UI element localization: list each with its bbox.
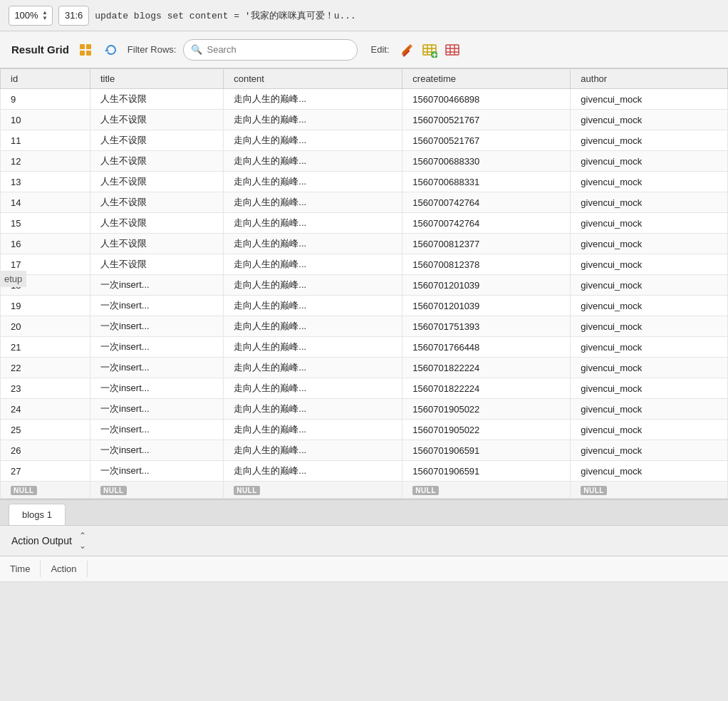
table-row[interactable]: 27一次insert...走向人生的巅峰...1560701906591give… <box>1 461 728 482</box>
cell-content[interactable]: 走向人生的巅峰... <box>224 275 402 296</box>
cell-createtime[interactable]: 1560701906591 <box>402 440 571 461</box>
cell-createtime[interactable]: 1560700812378 <box>402 254 571 275</box>
cell-id[interactable]: 25 <box>1 420 90 440</box>
table-row[interactable]: 21一次insert...走向人生的巅峰...1560701766448give… <box>1 337 728 358</box>
cell-title[interactable]: 一次insert... <box>90 296 224 316</box>
cell-createtime[interactable]: 1560700466898 <box>402 89 571 110</box>
table-add-button[interactable] <box>420 40 440 60</box>
tab-blogs1[interactable]: blogs 1 <box>9 504 66 525</box>
table-delete-button[interactable] <box>442 40 462 60</box>
cell-title[interactable]: 一次insert... <box>90 275 224 296</box>
cell-id[interactable]: 12 <box>1 151 90 172</box>
table-row[interactable]: 20一次insert...走向人生的巅峰...1560701751393give… <box>1 316 728 337</box>
cell-content[interactable]: 走向人生的巅峰... <box>224 172 402 192</box>
cell-author[interactable]: givencui_mock <box>571 399 728 420</box>
cell-createtime[interactable]: 1560701905022 <box>402 399 571 420</box>
cell-createtime[interactable]: 1560700742764 <box>402 192 571 213</box>
refresh-button[interactable] <box>102 41 120 59</box>
cell-createtime[interactable]: 1560701201039 <box>402 275 571 296</box>
cell-id[interactable]: 10 <box>1 110 90 130</box>
cell-content[interactable]: 走向人生的巅峰... <box>224 89 402 110</box>
cell-author[interactable]: givencui_mock <box>571 461 728 482</box>
table-row[interactable]: 15人生不设限走向人生的巅峰...1560700742764givencui_m… <box>1 213 728 234</box>
cell-createtime[interactable]: 1560701822224 <box>402 378 571 399</box>
cell-content[interactable]: 走向人生的巅峰... <box>224 296 402 316</box>
cell-author[interactable]: givencui_mock <box>571 151 728 172</box>
cell-id[interactable]: 15 <box>1 213 90 234</box>
cell-author[interactable]: givencui_mock <box>571 213 728 234</box>
cell-createtime[interactable]: 1560700521767 <box>402 110 571 130</box>
table-row[interactable]: 13人生不设限走向人生的巅峰...1560700688331givencui_m… <box>1 172 728 192</box>
cell-content[interactable]: 走向人生的巅峰... <box>224 316 402 337</box>
table-row[interactable]: 14人生不设限走向人生的巅峰...1560700742764givencui_m… <box>1 192 728 213</box>
cell-content[interactable]: 走向人生的巅峰... <box>224 440 402 461</box>
search-input[interactable] <box>207 44 350 55</box>
cell-createtime[interactable]: 1560701201039 <box>402 296 571 316</box>
cell-content[interactable]: 走向人生的巅峰... <box>224 378 402 399</box>
cell-title[interactable]: 一次insert... <box>90 337 224 358</box>
cell-title[interactable]: 一次insert... <box>90 399 224 420</box>
cell-title[interactable]: 人生不设限 <box>90 192 224 213</box>
cell-title[interactable]: 一次insert... <box>90 316 224 337</box>
cell-id[interactable]: 26 <box>1 440 90 461</box>
col-header-title[interactable]: title <box>90 69 224 89</box>
cell-author[interactable]: givencui_mock <box>571 234 728 254</box>
cell-author[interactable]: givencui_mock <box>571 192 728 213</box>
cell-title[interactable]: 人生不设限 <box>90 130 224 151</box>
table-row[interactable]: 19一次insert...走向人生的巅峰...1560701201039give… <box>1 296 728 316</box>
cell-title[interactable]: 一次insert... <box>90 378 224 399</box>
table-row[interactable]: 24一次insert...走向人生的巅峰...1560701905022give… <box>1 399 728 420</box>
edit-pencil-button[interactable] <box>397 40 417 60</box>
cell-content[interactable]: 走向人生的巅峰... <box>224 213 402 234</box>
cell-createtime[interactable]: 1560701766448 <box>402 337 571 358</box>
cell-author[interactable]: givencui_mock <box>571 172 728 192</box>
cell-title[interactable]: 一次insert... <box>90 420 224 440</box>
cell-id[interactable]: 11 <box>1 130 90 151</box>
expand-icon[interactable]: ⌃⌄ <box>79 531 86 551</box>
table-row[interactable]: 11人生不设限走向人生的巅峰...1560700521767givencui_m… <box>1 130 728 151</box>
cell-title[interactable]: 人生不设限 <box>90 254 224 275</box>
cell-title[interactable]: 人生不设限 <box>90 151 224 172</box>
col-header-id[interactable]: id <box>1 69 90 89</box>
table-row[interactable]: 22一次insert...走向人生的巅峰...1560701822224give… <box>1 358 728 378</box>
cell-author[interactable]: givencui_mock <box>571 440 728 461</box>
table-row[interactable]: 16人生不设限走向人生的巅峰...1560700812377givencui_m… <box>1 234 728 254</box>
cell-content[interactable]: 走向人生的巅峰... <box>224 110 402 130</box>
cell-title[interactable]: 人生不设限 <box>90 234 224 254</box>
cell-author[interactable]: givencui_mock <box>571 296 728 316</box>
cell-createtime[interactable]: 1560701905022 <box>402 420 571 440</box>
table-row[interactable]: 17人生不设限走向人生的巅峰...1560700812378givencui_m… <box>1 254 728 275</box>
cell-content[interactable]: 走向人生的巅峰... <box>224 234 402 254</box>
cell-title[interactable]: 一次insert... <box>90 358 224 378</box>
table-row[interactable]: 10人生不设限走向人生的巅峰...1560700521767givencui_m… <box>1 110 728 130</box>
zoom-arrows[interactable]: ▲ ▼ <box>42 10 48 21</box>
cell-content[interactable]: 走向人生的巅峰... <box>224 358 402 378</box>
cell-createtime[interactable]: 1560700521767 <box>402 130 571 151</box>
cell-id[interactable]: 22 <box>1 358 90 378</box>
table-row[interactable]: 25一次insert...走向人生的巅峰...1560701905022give… <box>1 420 728 440</box>
col-header-createtime[interactable]: createtime <box>402 69 571 89</box>
cell-id[interactable]: 21 <box>1 337 90 358</box>
cell-author[interactable]: givencui_mock <box>571 275 728 296</box>
cell-content[interactable]: 走向人生的巅峰... <box>224 130 402 151</box>
cell-title[interactable]: 一次insert... <box>90 461 224 482</box>
table-row[interactable]: 26一次insert...走向人生的巅峰...1560701906591give… <box>1 440 728 461</box>
cell-title[interactable]: 人生不设限 <box>90 213 224 234</box>
grid-icon-button[interactable] <box>76 41 95 59</box>
cell-createtime[interactable]: 1560700742764 <box>402 213 571 234</box>
cell-content[interactable]: 走向人生的巅峰... <box>224 420 402 440</box>
cell-title[interactable]: 人生不设限 <box>90 110 224 130</box>
cell-content[interactable]: 走向人生的巅峰... <box>224 337 402 358</box>
cell-title[interactable]: 一次insert... <box>90 440 224 461</box>
cell-content[interactable]: 走向人生的巅峰... <box>224 151 402 172</box>
cell-id[interactable]: 24 <box>1 399 90 420</box>
cell-content[interactable]: 走向人生的巅峰... <box>224 192 402 213</box>
table-row[interactable]: 23一次insert...走向人生的巅峰...1560701822224give… <box>1 378 728 399</box>
cell-author[interactable]: givencui_mock <box>571 337 728 358</box>
cell-content[interactable]: 走向人生的巅峰... <box>224 254 402 275</box>
cell-content[interactable]: 走向人生的巅峰... <box>224 461 402 482</box>
cell-title[interactable]: 人生不设限 <box>90 89 224 110</box>
cell-createtime[interactable]: 1560701822224 <box>402 358 571 378</box>
cell-author[interactable]: givencui_mock <box>571 110 728 130</box>
zoom-control[interactable]: 100% ▲ ▼ <box>9 6 53 26</box>
